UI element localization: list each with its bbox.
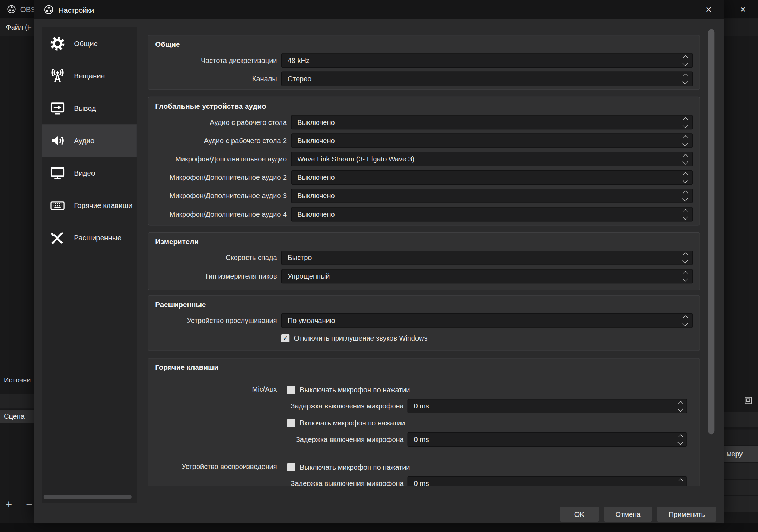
checkbox-box[interactable] (287, 419, 295, 427)
push-to-talk-delay-spinbox[interactable]: 0 ms (408, 432, 687, 447)
cancel-button[interactable]: Отмена (604, 507, 652, 522)
group-title: Измерители (155, 238, 693, 246)
chevron-updown-icon (682, 272, 689, 281)
right-panel-button-fragment[interactable]: меру (724, 446, 758, 462)
form-row: Микрофон/Дополнительное аудио 3 Выключен… (155, 189, 693, 203)
hotkeys-mic-aux-block: Mic/Aux Выключать микрофон по нажатии За… (155, 384, 693, 451)
checkbox-box[interactable]: ✓ (281, 334, 289, 342)
content-vertical-scrollbar[interactable] (708, 29, 714, 434)
field-label: Микрофон/Дополнительное аудио 2 (155, 173, 287, 181)
dialog-close-button[interactable]: × (697, 0, 720, 19)
push-to-mute-checkbox[interactable]: Выключать микрофон по нажатии (287, 384, 693, 395)
sidebar-item-advanced[interactable]: Расширенные (42, 221, 137, 254)
form-row: Каналы Стерео (155, 71, 693, 86)
field-label: Каналы (155, 75, 277, 83)
peak-meter-type-combo[interactable]: Упрощённый (281, 269, 693, 283)
form-row: Частота дискретизации 48 kHz (155, 53, 693, 68)
sources-dock-label: Источни (4, 376, 31, 384)
sidebar-item-video[interactable]: Видео (42, 157, 137, 189)
mic-aux-combo[interactable]: Wave Link Stream (3- Elgato Wave:3) (291, 152, 693, 166)
playback-push-to-mute-checkbox[interactable]: Выключать микрофон по нажатии (287, 461, 693, 473)
sidebar-item-hotkeys[interactable]: Горячие клавиши (42, 189, 137, 221)
keyboard-icon (48, 196, 67, 215)
tools-icon (48, 228, 67, 247)
chevron-updown-icon (682, 118, 689, 127)
channels-combo[interactable]: Стерео (281, 71, 693, 86)
field-label: Аудио с рабочего стола (155, 119, 287, 126)
group-title: Расширенные (155, 300, 693, 308)
desktop-audio-2-combo[interactable]: Выключено (291, 133, 693, 148)
dialog-titlebar[interactable]: Настройки × (34, 0, 724, 19)
menu-file[interactable]: Файл (F (6, 23, 31, 31)
spinner-arrows-icon[interactable] (677, 435, 684, 444)
chevron-updown-icon (682, 74, 689, 83)
field-label: Устройство прослушивания (155, 317, 277, 324)
push-to-mute-delay-spinbox[interactable]: 0 ms (408, 399, 687, 413)
chevron-updown-icon (682, 253, 689, 262)
ok-button[interactable]: OK (560, 507, 599, 522)
field-label: Скорость спада (155, 254, 277, 262)
checkbox-box[interactable] (287, 386, 295, 394)
hotkeys-device-label: Устройство воспроизведения (155, 461, 277, 486)
form-row: Тип измерителя пиков Упрощённый (155, 269, 693, 283)
right-panel-row (724, 463, 758, 479)
dialog-title: Настройки (58, 6, 94, 14)
sidebar-item-audio[interactable]: Аудио (42, 124, 137, 157)
desktop-audio-combo[interactable]: Выключено (291, 115, 693, 129)
checkbox-box[interactable] (287, 463, 295, 471)
monitor-icon (48, 163, 67, 183)
form-row: Микрофон/Дополнительное аудио 2 Выключен… (155, 170, 693, 185)
obs-logo-icon (7, 4, 16, 14)
hotkeys-playback-block: Устройство воспроизведения Выключать мик… (155, 461, 693, 486)
sidebar-horizontal-scrollbar[interactable] (44, 495, 132, 499)
form-row: Скорость спада Быстро (155, 251, 693, 265)
playback-push-to-mute-delay-row: Задержка выключения микрофона 0 ms (281, 476, 693, 486)
field-label: Микрофон/Дополнительное аудио 3 (155, 192, 287, 200)
sidebar-item-general[interactable]: Общие (42, 27, 137, 59)
mic-aux-4-combo[interactable]: Выключено (291, 207, 693, 221)
group-global-audio-devices: Глобальные устройства аудио Аудио с рабо… (148, 97, 700, 226)
chevron-updown-icon (682, 173, 689, 182)
right-panel-row (724, 429, 758, 445)
main-close-button[interactable]: × (732, 0, 754, 18)
chevron-updown-icon (682, 191, 689, 201)
gear-icon (48, 34, 67, 53)
main-statusbar (0, 523, 758, 532)
group-meters: Измерители Скорость спада Быстро Тип изм… (148, 232, 700, 290)
scene-list-item[interactable]: Сцена (0, 410, 34, 423)
form-row: Аудио с рабочего стола Выключено (155, 115, 693, 129)
sample-rate-combo[interactable]: 48 kHz (281, 53, 693, 68)
add-scene-button[interactable]: + (6, 498, 12, 511)
form-row: Микрофон/Дополнительное аудио 4 Выключен… (155, 207, 693, 221)
apply-button[interactable]: Применить (657, 507, 716, 522)
sidebar-item-stream[interactable]: Вещание (42, 59, 137, 92)
spinner-arrows-icon[interactable] (677, 479, 684, 486)
monitoring-device-combo[interactable]: По умолчанию (281, 314, 693, 328)
disable-windows-ducking-checkbox[interactable]: ✓ Отключить приглушение звуков Windows (281, 332, 693, 344)
decay-rate-combo[interactable]: Быстро (281, 251, 693, 265)
screen: OBS × Файл (F Источни Сцена + − меру (0, 0, 758, 532)
group-title: Горячие клавиши (155, 363, 693, 371)
chevron-updown-icon (682, 136, 689, 145)
right-panel-row (724, 496, 758, 512)
output-icon (48, 99, 67, 118)
form-row: Микрофон/Дополнительное аудио Wave Link … (155, 152, 693, 166)
group-advanced: Расширенные Устройство прослушивания По … (148, 295, 700, 351)
group-hotkeys: Горячие клавиши Mic/Aux Выключать микроф… (148, 358, 700, 486)
playback-push-to-mute-delay-spinbox[interactable]: 0 ms (408, 476, 687, 486)
field-label: Аудио с рабочего стола 2 (155, 137, 287, 145)
remove-scene-button[interactable]: − (26, 498, 32, 511)
mic-aux-2-combo[interactable]: Выключено (291, 170, 693, 185)
form-row: Устройство прослушивания По умолчанию (155, 314, 693, 328)
group-title: Общие (155, 40, 693, 48)
push-to-talk-checkbox[interactable]: Включать микрофон по нажатии (287, 417, 693, 429)
right-panel-row (724, 480, 758, 495)
sidebar-item-output[interactable]: Вывод (42, 92, 137, 124)
hotkeys-device-label: Mic/Aux (155, 384, 277, 451)
dock-popup-icon[interactable] (745, 397, 752, 404)
field-label: Микрофон/Дополнительное аудио (155, 155, 287, 163)
mic-aux-3-combo[interactable]: Выключено (291, 189, 693, 203)
chevron-updown-icon (682, 154, 689, 164)
field-label: Задержка выключения микрофона (281, 402, 404, 410)
spinner-arrows-icon[interactable] (677, 401, 684, 411)
